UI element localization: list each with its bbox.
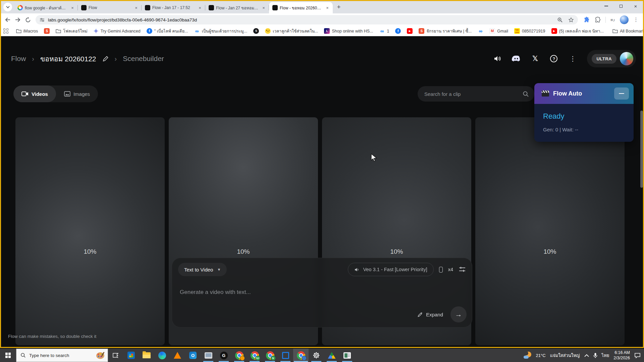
tab-1[interactable]: flow google - ต้นหาด้วย Google × — [14, 2, 78, 13]
video-clip-card[interactable]: 10% — [475, 117, 625, 345]
sound-button[interactable] — [493, 54, 502, 63]
mode-selector[interactable]: Text to Video ▼ — [178, 263, 227, 276]
tab-5-active[interactable]: Flow - ขอหอม 20260122 × — [269, 2, 333, 13]
media-controls-icon[interactable]: ≡♪ — [610, 17, 615, 22]
pinned-extension-icon[interactable] — [583, 17, 590, 23]
bookmark-meta-2[interactable]: ∞ 1 — [377, 27, 391, 35]
tab-4[interactable]: Flow - Jan 27 ขอหอม hd × — [205, 2, 269, 13]
taskbar-search[interactable]: Type here to search — [16, 349, 108, 362]
tab-3[interactable]: Flow - Jan 17 - 17:52 × — [142, 2, 205, 13]
minimize-panel-button[interactable] — [614, 87, 629, 100]
tab-images[interactable]: Images — [56, 85, 98, 102]
bookmark-folder-new[interactable]: โฟลเดอร์ใหม่ — [53, 27, 90, 35]
bookmark-meta-3[interactable]: ∞ — [475, 27, 486, 35]
model-selector[interactable]: Veo 3.1 - Fast [Lower Priority] — [348, 263, 434, 276]
taskbar-app-explorer[interactable] — [139, 349, 154, 362]
clip-search-input[interactable]: Search for a clip — [418, 86, 534, 102]
bookmark-dark-site[interactable]: S — [251, 27, 261, 35]
video-clip-card[interactable]: 10% — [15, 117, 165, 345]
temperature[interactable]: 21°C — [536, 353, 546, 358]
window-minimize-button[interactable] — [599, 1, 613, 11]
expand-button[interactable]: Expand — [417, 312, 443, 317]
zoom-icon[interactable] — [557, 17, 563, 23]
window-maximize-button[interactable] — [613, 1, 628, 11]
taskbar-app-outlook[interactable]: O — [185, 349, 201, 362]
taskbar-app-chrome-2[interactable]: SJ — [247, 349, 262, 362]
taskbar-app-settings[interactable] — [309, 349, 324, 362]
page-scrollbar[interactable] — [640, 111, 643, 188]
x-twitter-icon[interactable]: 𝕏 — [531, 54, 539, 63]
tune-settings-icon[interactable] — [459, 266, 466, 273]
task-view-button[interactable] — [108, 349, 123, 362]
clock[interactable]: 6:16 AM 2/3/2026 — [613, 350, 630, 361]
input-language[interactable]: ไทย — [602, 352, 609, 359]
tab-search-button[interactable] — [3, 3, 12, 11]
flow-auto-header[interactable]: Flow Auto — [534, 83, 634, 104]
tab-close-icon[interactable]: × — [325, 5, 330, 10]
bookmark-meta-1[interactable]: ∞ เป็นผู้ชนะด้วยการประมู... — [192, 27, 250, 35]
bookmark-emoji-site[interactable]: เวลาลูกค้าใช้ส่วนลดใน... — [263, 27, 320, 35]
taskbar-app-stream[interactable] — [278, 349, 293, 362]
apps-grid-icon[interactable] — [3, 28, 8, 34]
browser-menu-icon[interactable]: ⋮ — [633, 17, 639, 22]
aspect-ratio-icon[interactable] — [439, 267, 443, 273]
breadcrumb-project-title[interactable]: ขอหอม 20260122 — [40, 53, 96, 64]
address-bar[interactable]: labs.google/fx/tools/flow/project/bd38bc… — [36, 15, 578, 24]
reload-button[interactable] — [23, 15, 33, 25]
tab-2[interactable]: Flow × — [78, 2, 142, 13]
window-close-button[interactable]: × — [628, 1, 643, 11]
profile-avatar[interactable] — [620, 15, 629, 24]
taskbar-app-vlc[interactable] — [170, 349, 185, 362]
edit-pencil-icon[interactable] — [102, 56, 109, 62]
forward-button[interactable] — [13, 15, 23, 25]
taskbar-app-chrome-active[interactable] — [293, 349, 309, 362]
tab-title: flow google - ต้นหาด้วย Google — [25, 5, 68, 11]
flow-menu-icon[interactable]: ⋮ — [568, 54, 577, 63]
breadcrumb-flow[interactable]: Flow — [11, 55, 26, 63]
flow-header: Flow › ขอหอม 20260122 › Scenebuilder 𝕏 ? — [11, 49, 636, 68]
tab-close-icon[interactable]: × — [133, 5, 139, 10]
bookmark-facebook-1[interactable]: f " เบื่อไลฟ์ ฅนเดีย... — [144, 27, 191, 35]
bookmark-folder-imacros[interactable]: iMacros — [14, 28, 41, 34]
breadcrumb-scenebuilder[interactable]: Scenebuilder — [123, 55, 164, 63]
taskbar-app-chrome-1[interactable] — [231, 349, 247, 362]
generate-submit-button[interactable]: → — [450, 306, 467, 322]
extensions-icon[interactable] — [594, 17, 601, 23]
taskbar-app-report[interactable] — [339, 349, 355, 362]
bookmark-youtube-2[interactable]: ▶ (5) เพลงเด็ก พ่อเจ นิทา... — [549, 27, 606, 35]
bookmark-gmail[interactable]: M Gmail — [487, 27, 511, 35]
taskbar-app-monitor[interactable] — [201, 349, 216, 362]
taskbar-app-edge[interactable] — [154, 349, 170, 362]
bookmark-lazada[interactable]: L Shop online with HS... — [322, 27, 375, 35]
help-button[interactable]: ? — [549, 54, 558, 63]
weather-description[interactable]: แจ่มใสส่วนใหญ่ — [550, 352, 580, 359]
tab-videos[interactable]: Videos — [13, 85, 56, 102]
start-button[interactable] — [0, 349, 16, 362]
bookmark-shopee[interactable]: S — [42, 27, 52, 35]
bookmark-phone[interactable]: Yalecom 0850271919 — [512, 27, 548, 35]
bookmark-facebook-2[interactable]: f — [393, 27, 403, 35]
bookmark-star-icon[interactable] — [568, 17, 574, 23]
new-tab-button[interactable]: + — [334, 2, 343, 12]
weather-icon[interactable] — [524, 351, 532, 359]
tab-close-icon[interactable]: × — [197, 5, 203, 10]
taskbar-app-chrome-3[interactable]: N — [262, 349, 278, 362]
tab-close-icon[interactable]: × — [70, 5, 75, 10]
taskbar-app-drive[interactable] — [324, 349, 339, 362]
tray-expand-chevron-icon[interactable] — [584, 354, 589, 357]
user-avatar[interactable] — [620, 52, 633, 65]
taskbar-app-logitech[interactable]: G — [216, 349, 231, 362]
all-bookmarks-button[interactable]: All Bookmarks — [610, 28, 644, 34]
output-count[interactable]: x4 — [448, 267, 453, 272]
bookmark-gemini[interactable]: Try Gemini Advanced — [91, 28, 143, 34]
bookmark-youtube-1[interactable]: ▶ — [405, 27, 415, 35]
notification-center-icon[interactable] — [634, 353, 641, 358]
tab-close-icon[interactable]: × — [261, 5, 266, 10]
account-pill[interactable]: ULTRA — [587, 50, 636, 67]
microphone-icon[interactable] — [593, 353, 597, 358]
back-button[interactable] — [3, 15, 13, 25]
discord-button[interactable] — [512, 54, 521, 63]
bookmark-shopee-2[interactable]: S จักรยาน ราคาพิเศษ | ซื้... — [416, 27, 474, 35]
prompt-input[interactable]: Generate a video with text... — [180, 289, 251, 296]
taskbar-app-store[interactable] — [123, 349, 139, 362]
